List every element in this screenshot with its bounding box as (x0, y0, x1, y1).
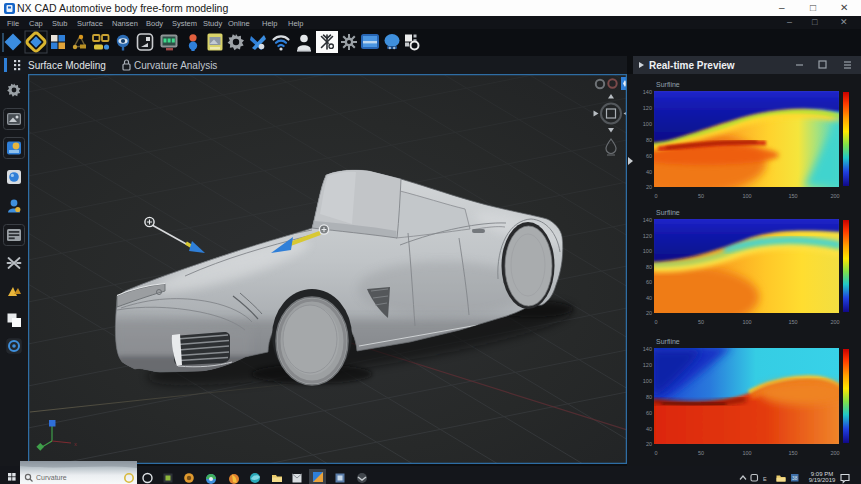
svg-text:0: 0 (654, 450, 657, 456)
svg-text:Curvature: Curvature (36, 474, 67, 481)
svg-text:60: 60 (646, 410, 652, 416)
svg-text:Surfline: Surfline (656, 81, 680, 88)
svg-text:50: 50 (698, 193, 704, 199)
svg-text:100: 100 (742, 319, 751, 325)
svg-text:Curvature Analysis: Curvature Analysis (134, 60, 217, 71)
svg-text:80: 80 (646, 137, 652, 143)
svg-text:200: 200 (830, 319, 839, 325)
svg-text:Surfline: Surfline (656, 338, 680, 345)
svg-text:x: x (74, 441, 77, 447)
svg-text:50: 50 (698, 450, 704, 456)
svg-text:60: 60 (646, 279, 652, 285)
svg-text:E: E (763, 476, 767, 482)
svg-text:100: 100 (742, 450, 751, 456)
svg-text:20: 20 (646, 184, 652, 190)
svg-text:120: 120 (643, 362, 652, 368)
svg-text:Surface Modeling: Surface Modeling (28, 60, 106, 71)
svg-text:140: 140 (643, 346, 652, 352)
svg-text:100: 100 (643, 121, 652, 127)
svg-text:120: 120 (643, 233, 652, 239)
svg-text:40: 40 (646, 426, 652, 432)
svg-text:150: 150 (788, 319, 797, 325)
svg-text:50: 50 (698, 319, 704, 325)
svg-text:100: 100 (643, 378, 652, 384)
svg-text:200: 200 (830, 193, 839, 199)
svg-text:20: 20 (646, 310, 652, 316)
svg-text:Real-time Preview: Real-time Preview (649, 60, 735, 71)
svg-text:40: 40 (646, 295, 652, 301)
svg-text:40: 40 (646, 169, 652, 175)
svg-text:9:09 PM: 9:09 PM (811, 471, 833, 477)
svg-text:120: 120 (643, 105, 652, 111)
svg-text:150: 150 (788, 450, 797, 456)
svg-text:80: 80 (646, 394, 652, 400)
svg-text:150: 150 (788, 193, 797, 199)
svg-text:38: 38 (792, 476, 798, 481)
svg-text:100: 100 (742, 193, 751, 199)
svg-text:Surfline: Surfline (656, 209, 680, 216)
svg-text:20: 20 (646, 441, 652, 447)
svg-text:9/19/2019: 9/19/2019 (809, 477, 836, 483)
svg-text:140: 140 (643, 89, 652, 95)
svg-text:0: 0 (654, 319, 657, 325)
svg-text:140: 140 (643, 217, 652, 223)
svg-text:200: 200 (830, 450, 839, 456)
svg-text:60: 60 (646, 153, 652, 159)
svg-text:100: 100 (643, 248, 652, 254)
svg-text:0: 0 (654, 193, 657, 199)
svg-text:80: 80 (646, 264, 652, 270)
